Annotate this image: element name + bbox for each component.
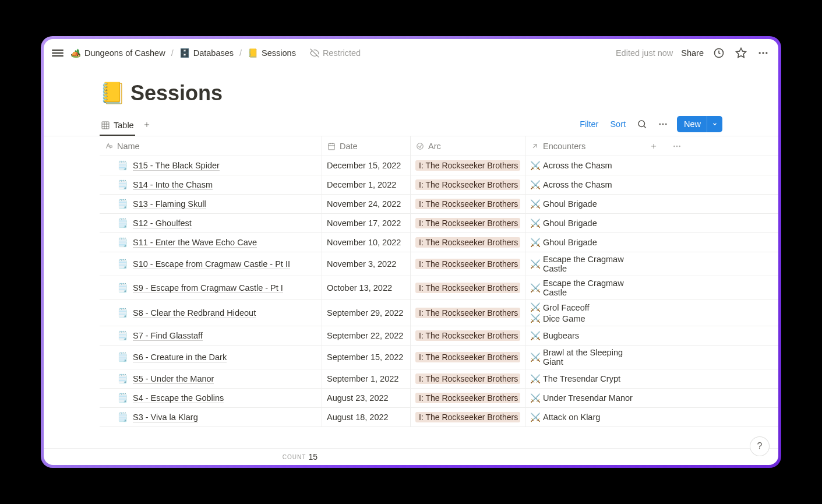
breadcrumb-item[interactable]: 🏕️ Dungeons of Cashew <box>68 47 168 59</box>
cell-date[interactable]: September 22, 2022 <box>322 326 411 345</box>
cell-encounters[interactable]: ⚔️Across the Chasm <box>525 156 642 175</box>
cell-arc[interactable]: I: The Rockseeker Brothers <box>411 326 525 345</box>
sort-button[interactable]: Sort <box>608 118 628 130</box>
table-row[interactable]: 🗒️S12 - GhoulfestNovember 17, 2022I: The… <box>100 214 778 233</box>
filter-button[interactable]: Filter <box>577 118 601 130</box>
table-row[interactable]: 🗒️S10 - Escape from Cragmaw Castle - Pt … <box>100 252 778 276</box>
cell-encounters[interactable]: ⚔️Attack on Klarg <box>525 408 642 427</box>
row-name[interactable]: S9 - Escape from Cragmaw Castle - Pt I <box>133 283 283 293</box>
row-name[interactable]: S11 - Enter the Wave Echo Cave <box>133 238 257 248</box>
cell-date[interactable]: September 15, 2022 <box>322 346 411 369</box>
new-button[interactable]: New <box>677 116 722 132</box>
encounter-item[interactable]: ⚔️Ghoul Brigade <box>530 199 597 209</box>
cell-date[interactable]: November 17, 2022 <box>322 214 411 232</box>
cell-encounters[interactable]: ⚔️Bugbears <box>525 326 642 345</box>
count-aggregate[interactable]: COUNT 15 <box>100 452 322 461</box>
page-title-text[interactable]: Sessions <box>130 81 223 105</box>
menu-icon[interactable] <box>52 47 63 59</box>
cell-encounters[interactable]: ⚔️Brawl at the Sleeping Giant <box>525 346 642 369</box>
chevron-down-icon[interactable] <box>707 116 722 132</box>
cell-encounters[interactable]: ⚔️Escape the Cragmaw Castle <box>525 276 642 299</box>
cell-arc[interactable]: I: The Rockseeker Brothers <box>411 252 525 276</box>
encounter-item[interactable]: ⚔️Under Tresendar Manor <box>530 393 633 403</box>
cell-date[interactable]: November 10, 2022 <box>322 233 411 252</box>
cell-name[interactable]: 🗒️S10 - Escape from Cragmaw Castle - Pt … <box>100 252 322 276</box>
table-row[interactable]: 🗒️S11 - Enter the Wave Echo CaveNovember… <box>100 233 778 252</box>
encounter-item[interactable]: ⚔️Ghoul Brigade <box>530 218 597 228</box>
row-name[interactable]: S7 - Find Glasstaff <box>133 331 203 341</box>
encounter-item[interactable]: ⚔️Across the Chasm <box>530 180 612 190</box>
cell-date[interactable]: December 1, 2022 <box>322 175 411 194</box>
table-row[interactable]: 🗒️S8 - Clear the Redbrand HideoutSeptemb… <box>100 300 778 326</box>
cell-name[interactable]: 🗒️S7 - Find Glasstaff <box>100 326 322 345</box>
row-name[interactable]: S8 - Clear the Redbrand Hideout <box>133 308 256 318</box>
cell-name[interactable]: 🗒️S5 - Under the Manor <box>100 369 322 388</box>
column-header-date[interactable]: Date <box>322 136 411 156</box>
encounter-item[interactable]: ⚔️Grol Faceoff <box>530 302 590 312</box>
row-name[interactable]: S14 - Into the Chasm <box>133 180 213 190</box>
restricted-badge[interactable]: Restricted <box>310 48 361 58</box>
search-icon[interactable] <box>635 117 649 131</box>
cell-date[interactable]: August 23, 2022 <box>322 389 411 407</box>
cell-encounters[interactable]: ⚔️Ghoul Brigade <box>525 214 642 232</box>
cell-arc[interactable]: I: The Rockseeker Brothers <box>411 214 525 232</box>
row-name[interactable]: S4 - Escape the Goblins <box>133 393 224 403</box>
row-name[interactable]: S12 - Ghoulfest <box>133 218 192 228</box>
cell-encounters[interactable]: ⚔️Grol Faceoff⚔️Dice Game <box>525 300 642 326</box>
table-row[interactable]: 🗒️S5 - Under the ManorSeptember 1, 2022I… <box>100 369 778 389</box>
column-header-encounters[interactable]: Encounters <box>525 136 642 156</box>
row-name[interactable]: S6 - Creature in the Dark <box>133 353 227 362</box>
cell-date[interactable]: September 1, 2022 <box>322 369 411 388</box>
cell-name[interactable]: 🗒️S3 - Viva la Klarg <box>100 408 322 427</box>
cell-arc[interactable]: I: The Rockseeker Brothers <box>411 156 525 175</box>
cell-name[interactable]: 🗒️S4 - Escape the Goblins <box>100 389 322 407</box>
cell-arc[interactable]: I: The Rockseeker Brothers <box>411 346 525 369</box>
cell-arc[interactable]: I: The Rockseeker Brothers <box>411 408 525 427</box>
table-row[interactable]: 🗒️S9 - Escape from Cragmaw Castle - Pt I… <box>100 276 778 300</box>
share-button[interactable]: Share <box>681 48 704 58</box>
encounter-item[interactable]: ⚔️Ghoul Brigade <box>530 238 597 248</box>
cell-name[interactable]: 🗒️S11 - Enter the Wave Echo Cave <box>100 233 322 252</box>
breadcrumb-item[interactable]: 📒 Sessions <box>245 47 298 59</box>
row-name[interactable]: S13 - Flaming Skull <box>133 199 206 209</box>
view-tab-table[interactable]: Table <box>100 117 135 136</box>
cell-name[interactable]: 🗒️S8 - Clear the Redbrand Hideout <box>100 300 322 326</box>
encounter-item[interactable]: ⚔️Escape the Cragmaw Castle <box>530 255 637 273</box>
add-view-button[interactable] <box>140 118 154 132</box>
row-name[interactable]: S3 - Viva la Klarg <box>133 413 198 422</box>
cell-name[interactable]: 🗒️S13 - Flaming Skull <box>100 195 322 213</box>
encounter-item[interactable]: ⚔️Attack on Klarg <box>530 413 600 422</box>
help-button[interactable]: ? <box>750 436 770 456</box>
encounter-item[interactable]: ⚔️Dice Game <box>530 313 585 323</box>
cell-encounters[interactable]: ⚔️Ghoul Brigade <box>525 233 642 252</box>
encounter-item[interactable]: ⚔️Across the Chasm <box>530 161 612 171</box>
cell-arc[interactable]: I: The Rockseeker Brothers <box>411 389 525 407</box>
cell-arc[interactable]: I: The Rockseeker Brothers <box>411 300 525 326</box>
row-name[interactable]: S15 - The Black Spider <box>133 161 220 171</box>
cell-date[interactable]: October 13, 2022 <box>322 276 411 299</box>
add-column-button[interactable] <box>642 136 665 156</box>
cell-date[interactable]: November 3, 2022 <box>322 252 411 276</box>
table-row[interactable]: 🗒️S13 - Flaming SkullNovember 24, 2022I:… <box>100 195 778 214</box>
cell-arc[interactable]: I: The Rockseeker Brothers <box>411 369 525 388</box>
encounter-item[interactable]: ⚔️Brawl at the Sleeping Giant <box>530 348 637 366</box>
cell-name[interactable]: 🗒️S14 - Into the Chasm <box>100 175 322 194</box>
row-name[interactable]: S10 - Escape from Cragmaw Castle - Pt II <box>133 259 290 269</box>
table-row[interactable]: 🗒️S6 - Creature in the DarkSeptember 15,… <box>100 346 778 369</box>
cell-name[interactable]: 🗒️S15 - The Black Spider <box>100 156 322 175</box>
table-row[interactable]: 🗒️S15 - The Black SpiderDecember 15, 202… <box>100 156 778 175</box>
cell-arc[interactable]: I: The Rockseeker Brothers <box>411 175 525 194</box>
cell-date[interactable]: September 29, 2022 <box>322 300 411 326</box>
page-emoji-icon[interactable]: 📒 <box>100 81 126 105</box>
cell-encounters[interactable]: ⚔️Escape the Cragmaw Castle <box>525 252 642 276</box>
view-more-icon[interactable] <box>656 117 670 131</box>
cell-date[interactable]: November 24, 2022 <box>322 195 411 213</box>
cell-arc[interactable]: I: The Rockseeker Brothers <box>411 233 525 252</box>
table-row[interactable]: 🗒️S3 - Viva la KlargAugust 18, 2022I: Th… <box>100 408 778 427</box>
cell-encounters[interactable]: ⚔️Under Tresendar Manor <box>525 389 642 407</box>
cell-name[interactable]: 🗒️S12 - Ghoulfest <box>100 214 322 232</box>
cell-encounters[interactable]: ⚔️The Tresendar Crypt <box>525 369 642 388</box>
column-header-arc[interactable]: Arc <box>411 136 525 156</box>
updates-icon[interactable] <box>712 46 726 60</box>
cell-encounters[interactable]: ⚔️Ghoul Brigade <box>525 195 642 213</box>
